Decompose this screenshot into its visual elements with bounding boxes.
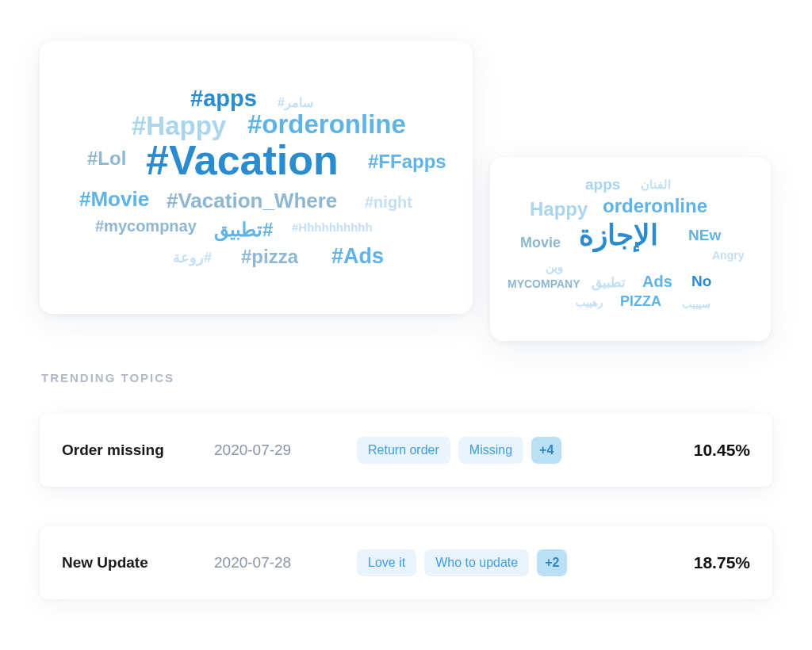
topic-tag[interactable]: Missing [458,437,523,464]
topic-title: New Update [62,554,214,572]
topic-percentage: 18.75% [663,553,750,572]
wordcloud-word[interactable]: Angry [712,249,744,262]
topic-tags: Love it Who to update +2 [357,549,663,576]
trending-topics-heading: TRENDING TOPICS [41,371,174,384]
wordcloud-word[interactable]: #night [365,193,412,212]
trending-topic-row[interactable]: Order missing 2020-07-29 Return order Mi… [40,414,772,487]
topic-date: 2020-07-28 [214,554,357,572]
topic-tags-more[interactable]: +2 [537,549,567,576]
wordcloud-word[interactable]: apps [585,176,620,193]
topic-date: 2020-07-29 [214,442,357,459]
wordcloud-word[interactable]: Ads [642,273,672,291]
wordcloud-word[interactable]: #Movie [79,187,149,212]
wordcloud-word[interactable]: رهييب [576,296,603,308]
wordcloud-word[interactable]: #روعة [173,249,212,266]
wordcloud-word[interactable]: #pizza [241,246,298,268]
wordcloud-word[interactable]: #Ads [331,244,384,269]
wordcloud-word[interactable]: Happy [530,198,588,220]
wordcloud-word[interactable]: سيييب [682,298,710,310]
topic-tag[interactable]: Return order [357,437,450,464]
topic-percentage: 10.45% [663,441,750,460]
trending-topic-row[interactable]: New Update 2020-07-28 Love it Who to upd… [40,526,772,599]
wordcloud-word[interactable]: وين [546,260,563,274]
wordcloud-word[interactable]: #Vacation_Where [167,189,337,213]
topic-title: Order missing [62,442,214,459]
topic-tag[interactable]: Who to update [424,549,529,576]
wordcloud-word[interactable]: الفنان [641,178,671,192]
wordcloud-word[interactable]: orderonline [603,195,707,217]
wordcloud-word[interactable]: No [691,273,711,290]
keyword-wordcloud-card: apps الفنان Happy orderonline Movie الإج… [490,157,771,341]
topic-tags-more[interactable]: +4 [531,437,561,464]
hashtag-wordcloud-card: #apps #سامر #Happy #orderonline #Lol #Va… [40,41,473,314]
wordcloud-word[interactable]: #تطبيق [214,219,273,241]
wordcloud-word[interactable]: #mycompnay [95,217,197,235]
wordcloud-word[interactable]: MYCOMPANY [508,277,580,290]
wordcloud-word[interactable]: تطبيق [592,274,626,291]
wordcloud-word[interactable]: #orderonline [247,109,406,140]
wordcloud-word[interactable]: #Lol [87,147,126,170]
wordcloud-word[interactable]: #Vacation [146,136,339,184]
wordcloud-word[interactable]: #FFapps [368,151,446,173]
wordcloud-word[interactable]: Movie [520,235,561,251]
wordcloud-word[interactable]: الإجازة [579,219,658,252]
wordcloud-word[interactable]: #سامر [278,95,313,110]
wordcloud-word[interactable]: PIZZA [620,293,661,310]
wordcloud-word[interactable]: #apps [190,86,257,112]
topic-tag[interactable]: Love it [357,549,416,576]
wordcloud-word[interactable]: #Hhhhhhhhhh [292,220,373,234]
wordcloud-word[interactable]: NEw [688,227,721,244]
topic-tags: Return order Missing +4 [357,437,663,464]
